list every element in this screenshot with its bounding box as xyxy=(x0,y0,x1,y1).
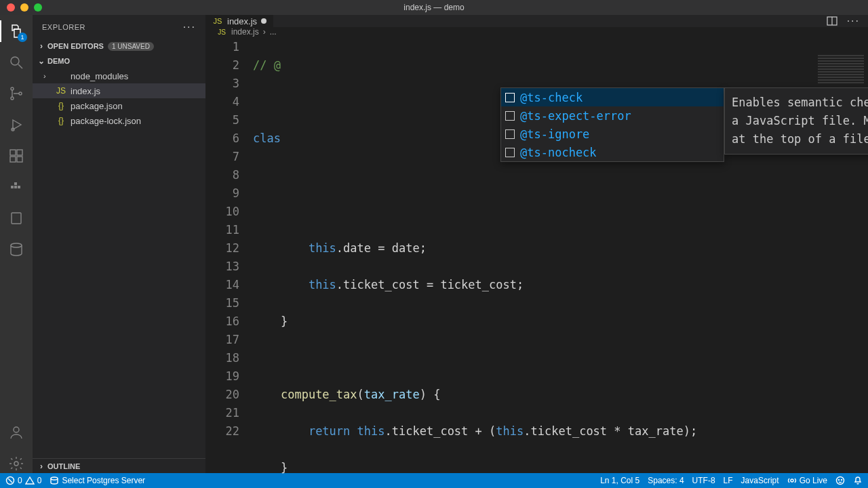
chevron-right-icon: › xyxy=(43,72,52,80)
breadcrumb-rest: ... xyxy=(270,27,277,37)
intellisense-doc-text: Enables semantic checking in a JavaScrip… xyxy=(732,96,868,146)
breadcrumb-separator: › xyxy=(263,27,266,37)
json-file-icon: {} xyxy=(56,116,66,125)
sidebar: EXPLORER ··· › OPEN EDITORS 1 UNSAVED ⌄ … xyxy=(33,15,205,473)
maximize-window-button[interactable] xyxy=(34,3,42,12)
tab-label: index.js xyxy=(227,16,257,26)
svg-point-23 xyxy=(51,477,58,480)
svg-point-2 xyxy=(11,87,14,90)
explorer-icon[interactable]: 1 xyxy=(7,22,26,41)
suggest-item[interactable]: @ts-expect-error xyxy=(501,106,724,125)
intellisense-doc: ✕ Enables semantic checking in a JavaScr… xyxy=(724,87,868,155)
json-file-icon: {} xyxy=(56,101,66,110)
svg-rect-9 xyxy=(10,157,16,162)
svg-rect-15 xyxy=(12,213,21,224)
snippet-icon xyxy=(505,129,515,139)
snippet-icon xyxy=(505,148,515,157)
status-errors: 0 xyxy=(18,476,22,485)
snippet-icon xyxy=(505,93,515,102)
svg-point-18 xyxy=(14,462,18,466)
svg-rect-12 xyxy=(14,186,17,188)
breadcrumb-file: index.js xyxy=(231,27,259,37)
svg-rect-11 xyxy=(11,186,14,188)
suggest-label: @ts-ignore xyxy=(520,127,589,141)
svg-rect-10 xyxy=(17,157,22,162)
outline-section[interactable]: › OUTLINE xyxy=(33,458,205,473)
status-postgres-label: Select Postgres Server xyxy=(62,476,145,485)
svg-rect-8 xyxy=(17,150,22,155)
suggest-item[interactable]: @ts-ignore xyxy=(501,125,724,143)
extensions-icon[interactable] xyxy=(7,146,26,165)
database-icon[interactable] xyxy=(7,240,26,259)
explorer-badge: 1 xyxy=(18,33,27,42)
settings-gear-icon[interactable] xyxy=(7,454,26,473)
breadcrumbs[interactable]: JS index.js › ... xyxy=(205,27,868,37)
account-icon[interactable] xyxy=(7,423,26,442)
source-control-icon[interactable] xyxy=(7,84,26,103)
file-tree: › node_modules JS index.js {} package.js… xyxy=(33,68,205,128)
minimize-window-button[interactable] xyxy=(20,3,28,12)
js-file-icon: JS xyxy=(56,86,66,96)
status-warnings: 0 xyxy=(37,476,42,485)
tree-file-package-json[interactable]: {} package.json xyxy=(33,98,205,113)
svg-point-17 xyxy=(14,427,19,432)
js-file-icon: JS xyxy=(216,28,227,36)
tree-item-label: package-lock.json xyxy=(71,116,141,126)
close-window-button[interactable] xyxy=(7,3,15,12)
sidebar-header: EXPLORER ··· xyxy=(33,15,205,39)
tree-item-label: index.js xyxy=(71,86,100,96)
suggest-label: @ts-nocheck xyxy=(520,146,597,159)
svg-line-1 xyxy=(18,64,22,68)
outline-label: OUTLINE xyxy=(47,462,80,470)
tabs: JS index.js ··· xyxy=(205,15,868,27)
sidebar-title: EXPLORER xyxy=(42,23,85,31)
svg-point-3 xyxy=(11,97,14,100)
tree-file-index-js[interactable]: JS index.js xyxy=(33,83,205,98)
editor-more-icon[interactable]: ··· xyxy=(847,15,860,27)
tree-item-label: node_modules xyxy=(71,71,128,81)
bookmark-icon[interactable] xyxy=(7,209,26,228)
unsaved-badge: 1 UNSAVED xyxy=(108,42,154,51)
project-section[interactable]: ⌄ DEMO xyxy=(33,54,205,68)
tree-folder-node-modules[interactable]: › node_modules xyxy=(33,68,205,83)
svg-point-16 xyxy=(11,243,22,247)
project-label: DEMO xyxy=(47,57,70,65)
status-problems[interactable]: 0 0 xyxy=(5,476,41,485)
titlebar: index.js — demo xyxy=(0,0,868,15)
suggest-label: @ts-expect-error xyxy=(520,109,631,123)
svg-point-0 xyxy=(11,57,19,65)
editor-region: JS index.js ··· JS index.js › ... 123456… xyxy=(205,15,868,473)
tree-file-package-lock-json[interactable]: {} package-lock.json xyxy=(33,113,205,128)
snippet-icon xyxy=(505,111,515,121)
svg-rect-14 xyxy=(14,182,17,185)
svg-line-22 xyxy=(8,479,12,483)
open-editors-section[interactable]: › OPEN EDITORS 1 UNSAVED xyxy=(33,39,205,54)
line-gutter: 12345678910111213141516171819202122 xyxy=(205,37,253,488)
window-controls xyxy=(0,3,42,12)
svg-point-4 xyxy=(19,92,22,95)
run-debug-icon[interactable] xyxy=(7,115,26,134)
more-actions-icon[interactable]: ··· xyxy=(183,21,196,33)
search-icon[interactable] xyxy=(7,53,26,72)
unsaved-dot-icon xyxy=(261,18,267,24)
suggest-label: @ts-check xyxy=(520,91,583,104)
js-file-icon: JS xyxy=(212,17,223,25)
tree-item-label: package.json xyxy=(71,101,123,111)
docker-icon[interactable] xyxy=(7,178,26,197)
suggest-item[interactable]: @ts-check xyxy=(501,88,724,106)
window-title: index.js — demo xyxy=(403,3,464,12)
open-editors-label: OPEN EDITORS xyxy=(47,42,104,50)
chevron-down-icon: ⌄ xyxy=(37,56,46,66)
suggest-item[interactable]: @ts-nocheck xyxy=(501,143,724,161)
chevron-right-icon: › xyxy=(37,462,46,471)
tab-index-js[interactable]: JS index.js xyxy=(205,15,274,27)
svg-marker-5 xyxy=(13,120,21,129)
svg-rect-7 xyxy=(10,150,16,155)
split-editor-icon[interactable] xyxy=(827,16,837,26)
chevron-right-icon: › xyxy=(37,41,46,51)
status-postgres[interactable]: Select Postgres Server xyxy=(50,476,145,485)
activity-bar: 1 xyxy=(0,15,33,473)
intellisense-popup[interactable]: @ts-check @ts-expect-error @ts-ignore @t… xyxy=(500,87,724,162)
svg-rect-13 xyxy=(18,186,20,188)
